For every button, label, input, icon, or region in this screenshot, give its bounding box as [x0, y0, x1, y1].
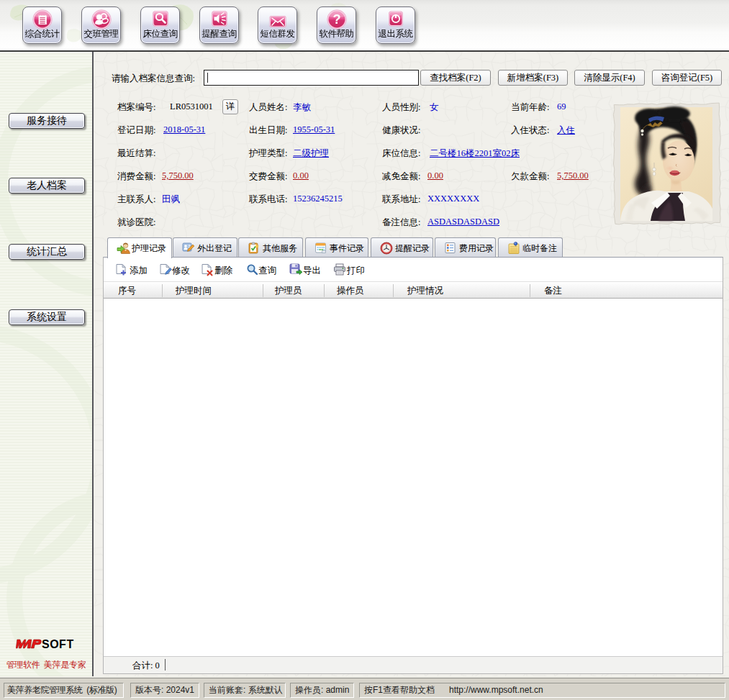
svg-text:SOFT: SOFT: [42, 638, 74, 650]
svg-text:?: ?: [332, 12, 340, 27]
